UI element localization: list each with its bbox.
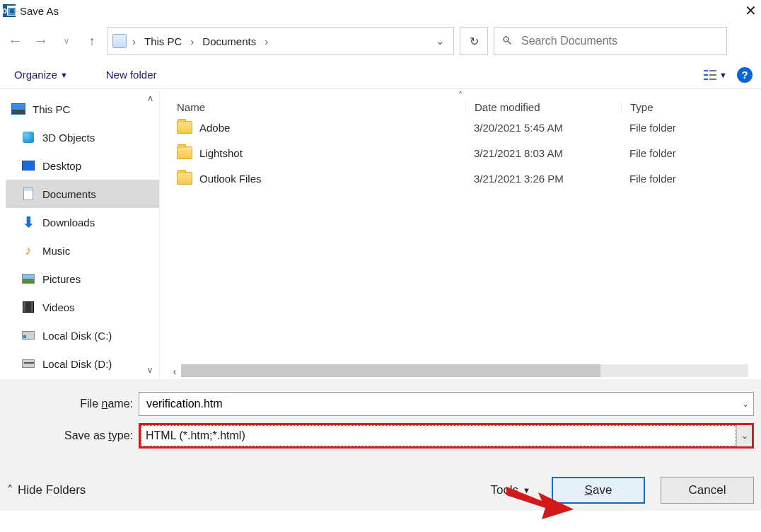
- scroll-up-icon[interactable]: ʌ: [144, 93, 156, 103]
- tree-item-music[interactable]: ♪ Music: [6, 236, 159, 265]
- new-folder-button[interactable]: New folder: [106, 69, 157, 81]
- tree-label: This PC: [33, 103, 70, 115]
- list-view-icon: [704, 70, 716, 80]
- tree-item-desktop[interactable]: Desktop: [6, 151, 159, 180]
- address-bar[interactable]: › This PC › Documents › ⌄: [108, 27, 454, 55]
- search-box[interactable]: 🔍︎: [494, 27, 727, 55]
- tree-item-pictures[interactable]: Pictures: [6, 265, 159, 293]
- chevron-down-icon[interactable]: ⌄: [736, 425, 752, 446]
- file-name: Lightshot: [199, 147, 243, 159]
- filetype-field: Save as type: HTML (*.htm;*.html) ⌄: [7, 423, 754, 449]
- titlebar: o▣ Save As ✕: [0, 0, 761, 21]
- file-type: File folder: [621, 147, 761, 159]
- tree-item-documents[interactable]: Documents: [6, 180, 159, 208]
- pictures-icon: [22, 274, 35, 284]
- disk-icon: [22, 331, 35, 340]
- refresh-button[interactable]: ↻: [460, 27, 488, 55]
- toolbar: Organize ▼ New folder ▼ ?: [0, 61, 761, 89]
- file-name: Outlook Files: [199, 173, 262, 185]
- filetype-label: Save as type:: [7, 429, 139, 442]
- tree-label: Desktop: [42, 160, 81, 172]
- save-panel: File name: ⌄ Save as type: HTML (*.htm;*…: [0, 379, 761, 511]
- folder-icon: [177, 172, 192, 185]
- back-icon[interactable]: ←: [6, 32, 25, 50]
- file-date: 3/20/2021 5:45 AM: [465, 122, 621, 134]
- chevron-down-icon[interactable]: ⌄: [742, 399, 749, 409]
- disk-icon: [22, 359, 35, 368]
- breadcrumb-seg-documents[interactable]: Documents: [199, 34, 259, 49]
- main-area: ʌ This PC 3D Objects Desktop Documents ⬇…: [0, 89, 761, 379]
- file-row[interactable]: Outlook Files 3/21/2021 3:26 PM File fol…: [168, 166, 761, 191]
- tree-label: Local Disk (D:): [42, 358, 112, 370]
- file-row[interactable]: Lightshot 3/21/2021 8:03 AM File folder: [168, 140, 761, 166]
- filename-field: File name: ⌄: [7, 392, 754, 416]
- forward-icon[interactable]: →: [31, 32, 51, 50]
- chevron-right-icon[interactable]: ›: [129, 35, 139, 47]
- address-dropdown-icon[interactable]: ⌄: [431, 35, 449, 47]
- hide-folders-label: Hide Folders: [18, 483, 86, 497]
- recent-dropdown-icon[interactable]: v: [57, 36, 76, 46]
- column-date[interactable]: Date modified: [465, 101, 621, 113]
- tree-label: Music: [42, 245, 70, 257]
- download-icon: ⬇: [23, 214, 35, 231]
- documents-icon: [23, 187, 33, 200]
- tree-label: Videos: [42, 301, 75, 313]
- refresh-icon: ↻: [470, 35, 479, 48]
- column-type[interactable]: Type: [621, 101, 761, 113]
- filetype-select[interactable]: HTML (*.htm;*.html): [141, 425, 736, 446]
- scroll-down-icon[interactable]: v: [144, 365, 156, 375]
- scroll-thumb[interactable]: [181, 364, 600, 377]
- close-icon[interactable]: ✕: [745, 2, 757, 19]
- folder-icon: [177, 146, 192, 159]
- tree-label: 3D Objects: [42, 132, 95, 144]
- filetype-highlight: HTML (*.htm;*.html) ⌄: [139, 423, 754, 449]
- scroll-track[interactable]: [181, 364, 748, 377]
- up-icon[interactable]: ↑: [82, 34, 102, 49]
- tree-label: Pictures: [42, 273, 81, 285]
- chevron-down-icon: ▼: [719, 71, 727, 79]
- tree-item-videos[interactable]: Videos: [6, 293, 159, 321]
- filename-input[interactable]: [145, 393, 733, 415]
- horizontal-scrollbar[interactable]: ‹ ›: [168, 364, 761, 378]
- file-type: File folder: [621, 122, 761, 134]
- tree-item-disk-c[interactable]: Local Disk (C:): [6, 321, 159, 349]
- tree-item-disk-d[interactable]: Local Disk (D:): [6, 349, 159, 378]
- chevron-up-icon: ˄: [7, 483, 13, 498]
- organize-button[interactable]: Organize ▼: [14, 69, 68, 81]
- chevron-down-icon: ▼: [523, 486, 530, 495]
- breadcrumb-seg-thispc[interactable]: This PC: [141, 34, 185, 49]
- hide-folders-button[interactable]: ˄ Hide Folders: [7, 483, 86, 498]
- search-input[interactable]: [520, 34, 719, 48]
- file-date: 3/21/2021 8:03 AM: [465, 147, 621, 159]
- filename-label: File name:: [7, 398, 139, 410]
- tree-label: Downloads: [42, 216, 95, 229]
- tree-item-downloads[interactable]: ⬇ Downloads: [6, 208, 159, 236]
- chevron-right-icon[interactable]: ›: [262, 35, 271, 47]
- nav-row: ← → v ↑ › This PC › Documents › ⌄ ↻ 🔍︎: [0, 21, 761, 61]
- file-list: ˄ Name Date modified Type Adobe 3/20/202…: [159, 89, 761, 379]
- search-icon: 🔍︎: [501, 35, 513, 47]
- help-icon[interactable]: ?: [737, 67, 753, 83]
- file-row[interactable]: Adobe 3/20/2021 5:45 AM File folder: [168, 115, 761, 140]
- scroll-left-icon[interactable]: ‹: [168, 365, 181, 377]
- nav-tree: ʌ This PC 3D Objects Desktop Documents ⬇…: [0, 89, 159, 379]
- tools-button[interactable]: Tools ▼: [490, 483, 530, 497]
- view-options-button[interactable]: ▼: [704, 70, 727, 80]
- app-icon: o▣: [3, 4, 16, 17]
- tree-item-3dobjects[interactable]: 3D Objects: [6, 123, 159, 151]
- location-icon: [112, 34, 127, 48]
- folder-icon: [177, 121, 192, 134]
- save-button[interactable]: Save: [552, 477, 645, 504]
- tree-item-thispc[interactable]: This PC: [6, 95, 159, 123]
- chevron-right-icon[interactable]: ›: [187, 35, 197, 47]
- filename-input-wrap[interactable]: ⌄: [139, 392, 754, 416]
- organize-label: Organize: [14, 69, 57, 81]
- column-headers: Name Date modified Type: [168, 89, 761, 115]
- window-title: Save As: [20, 5, 59, 17]
- pc-icon: [11, 103, 25, 115]
- cancel-button[interactable]: Cancel: [661, 477, 754, 504]
- videos-icon: [23, 301, 34, 313]
- tools-label: Tools: [490, 483, 518, 497]
- file-type: File folder: [621, 173, 761, 185]
- column-name[interactable]: Name: [168, 101, 465, 113]
